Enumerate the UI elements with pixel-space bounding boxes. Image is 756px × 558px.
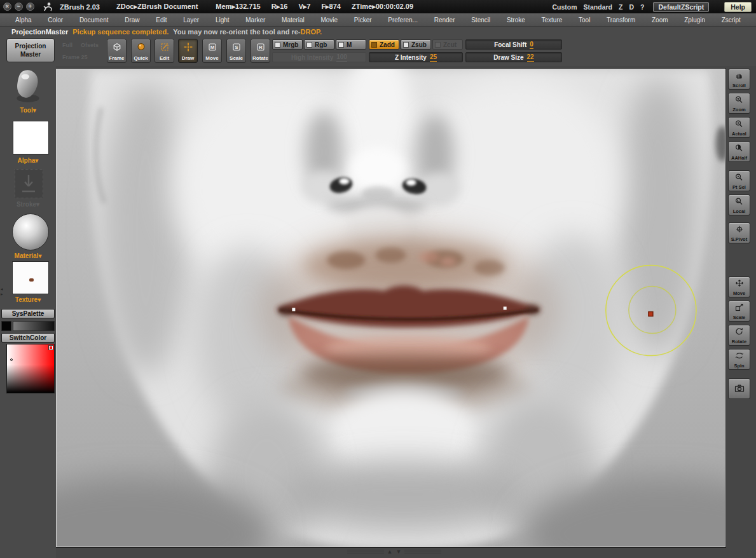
draw-size-slider[interactable]: Draw Size 22: [465, 52, 562, 62]
shelf-local-button[interactable]: Local: [728, 194, 750, 215]
shelf-scroll-button[interactable]: Scroll: [728, 69, 750, 90]
shelf-spivot-button[interactable]: S.Pivot: [728, 222, 750, 243]
menu-transform[interactable]: Transform: [607, 17, 635, 24]
document-label[interactable]: ZDoc▸ZBrush Document: [116, 3, 198, 11]
stroke-palette-label: Stroke▾: [0, 201, 56, 208]
help-button[interactable]: Help: [724, 2, 752, 12]
shelf-aahalf-button[interactable]: AAHalf: [728, 141, 750, 162]
menu-draw[interactable]: Draw: [125, 17, 139, 24]
menu-document[interactable]: Document: [79, 17, 109, 24]
syspalette-button[interactable]: SysPalette: [1, 309, 55, 318]
svg-text:R: R: [259, 44, 263, 50]
menu-picker[interactable]: Picker: [354, 17, 372, 24]
color-gradient-bar[interactable]: [13, 321, 55, 331]
scale-button[interactable]: S Scale: [226, 39, 246, 63]
color-picker[interactable]: [6, 344, 55, 393]
shelf-button-label: S.Pivot: [731, 236, 747, 242]
menu-marker[interactable]: Marker: [245, 17, 265, 24]
frame-button[interactable]: Frame: [107, 39, 127, 63]
shelf-button-label: Scroll: [732, 83, 746, 88]
menu-color[interactable]: Color: [48, 17, 63, 24]
high-intensity-slider: High Intensity 100: [272, 52, 366, 62]
zadd-button[interactable]: Zadd: [369, 39, 399, 50]
menu-edit[interactable]: Edit: [156, 17, 167, 24]
focal-shift-value[interactable]: 0: [530, 41, 533, 49]
canvas-bottom-scroll-handle[interactable]: ▲ ▼: [331, 547, 458, 556]
draw-button[interactable]: Draw: [178, 39, 198, 63]
menu-zoom[interactable]: Zoom: [652, 17, 668, 24]
sculpt-face-render[interactable]: [57, 69, 725, 547]
ui-config-standard[interactable]: Standard: [584, 3, 613, 11]
z-intensity-value[interactable]: 25: [430, 53, 437, 62]
disabled-frame-slider: Frame 25: [62, 54, 88, 60]
m-button[interactable]: M: [336, 39, 366, 50]
menu-alpha[interactable]: Alpha: [15, 17, 32, 24]
focal-shift-slider[interactable]: Focal Shift 0: [465, 39, 562, 50]
close-icon[interactable]: ×: [3, 3, 11, 11]
shelf-button-label: Rotate: [732, 339, 746, 344]
shelf-scale-button[interactable]: Scale: [728, 301, 750, 322]
menu-texture[interactable]: Texture: [542, 17, 563, 24]
alpha-palette-label[interactable]: Alpha▾: [0, 157, 56, 164]
rgb-button[interactable]: Rgb: [304, 39, 334, 50]
material-thumbnail[interactable]: [12, 214, 49, 250]
ui-config-custom[interactable]: Custom: [552, 3, 577, 11]
menu-zscript[interactable]: Zscript: [722, 17, 741, 24]
minimize-icon[interactable]: −: [15, 3, 23, 11]
default-zscript-button[interactable]: DefaultZScript: [653, 2, 709, 12]
menu-movie[interactable]: Movie: [320, 17, 338, 24]
tool-thumbnail[interactable]: [10, 66, 46, 104]
document-canvas[interactable]: [56, 69, 725, 547]
ui-config-d[interactable]: D: [629, 3, 634, 11]
shelf-zoom-button[interactable]: Zoom: [728, 93, 750, 114]
zsub-label: Zsub: [411, 41, 427, 48]
material-palette-label[interactable]: Material▾: [0, 252, 56, 259]
tool-palette-label[interactable]: Tool▾: [0, 107, 56, 114]
texture-palette-label[interactable]: Texture▾: [0, 296, 56, 303]
mode-chip-icon: [435, 42, 441, 48]
edit-button[interactable]: Edit: [155, 39, 174, 63]
scroll-up-arrow-icon[interactable]: ▲: [387, 548, 393, 555]
shelf-move-button[interactable]: Move: [728, 276, 750, 297]
stroke-arrow-icon: [15, 170, 43, 198]
menu-material[interactable]: Material: [282, 17, 305, 24]
frame-button-label: Frame: [109, 55, 124, 61]
m-label: M: [347, 41, 352, 48]
maximize-icon[interactable]: +: [26, 3, 34, 11]
menu-tool[interactable]: Tool: [579, 17, 590, 24]
menu-zplugin[interactable]: Zplugin: [684, 17, 705, 24]
menu-preferences[interactable]: Preferen...: [388, 17, 418, 24]
panel-divider-handle[interactable]: ◂ ▸: [1, 287, 3, 297]
high-intensity-value: 100: [336, 53, 347, 62]
alpha-thumbnail[interactable]: [13, 121, 49, 154]
projection-master-button[interactable]: Projection Master: [6, 38, 55, 62]
move-button[interactable]: M Move: [202, 39, 222, 63]
z-intensity-slider[interactable]: Z Intensity 25: [369, 52, 463, 62]
menu-stroke[interactable]: Stroke: [507, 17, 525, 24]
menu-render[interactable]: Render: [434, 17, 455, 24]
quick-button[interactable]: Quick: [131, 39, 151, 63]
point-select-icon: [734, 173, 745, 181]
shelf-spin-button[interactable]: Spin: [728, 349, 750, 370]
rotate-r-icon: R: [256, 42, 266, 52]
draw-size-value[interactable]: 22: [527, 53, 534, 62]
main-color-swatch[interactable]: [1, 321, 11, 331]
ui-config-z[interactable]: Z: [619, 3, 622, 11]
switchcolor-button[interactable]: SwitchColor: [1, 333, 55, 343]
ztime-stat: ZTime▸00:00:02.09: [352, 3, 413, 11]
menu-layer[interactable]: Layer: [183, 17, 199, 24]
rotate-button[interactable]: R Rotate: [251, 39, 270, 63]
shelf-snapshot-button[interactable]: [728, 378, 750, 399]
memory-stat: Mem▸132.715: [216, 3, 260, 11]
shelf-rotate-button[interactable]: Rotate: [728, 325, 750, 346]
menu-light[interactable]: Light: [216, 17, 230, 24]
scroll-down-arrow-icon[interactable]: ▼: [396, 548, 402, 555]
stroke-thumbnail: [15, 169, 43, 198]
shelf-actual-button[interactable]: Actual: [728, 117, 750, 138]
texture-thumbnail[interactable]: [12, 261, 49, 294]
zsub-button[interactable]: Zsub: [401, 39, 431, 50]
ui-help-question[interactable]: ?: [640, 3, 644, 11]
menu-stencil[interactable]: Stencil: [471, 17, 490, 24]
shelf-ptsel-button[interactable]: Pt Sel: [728, 170, 750, 191]
mrgb-button[interactable]: Mrgb: [272, 39, 303, 50]
